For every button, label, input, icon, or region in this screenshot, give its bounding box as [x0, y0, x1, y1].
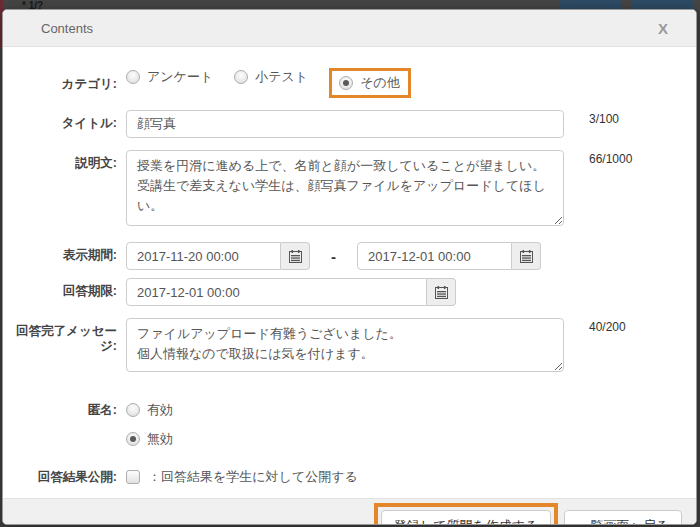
- highlight-box-submit: 登録して質問を作成する: [374, 503, 559, 525]
- back-to-list-button[interactable]: 一覧画面へ戻る: [564, 510, 682, 525]
- calendar-icon[interactable]: [281, 242, 310, 270]
- description-char-counter: 66/1000: [589, 150, 632, 166]
- anonymous-row: 匿名: 有効 無効: [3, 396, 696, 448]
- period-start-group: [126, 242, 310, 270]
- modal-body: カテゴリ: アンケート 小テスト その他: [3, 47, 696, 498]
- modal-header: Contents X: [3, 10, 696, 47]
- background-button-fragment: [560, 0, 622, 9]
- description-row: 説明文: 授業を円滑に進める上で、名前と顔が一致していることが望ましい。 受講生…: [3, 150, 696, 226]
- period-start-input[interactable]: [126, 242, 281, 270]
- result-public-row: 回答結果公開: ：回答結果を学生に対して公開する: [3, 464, 696, 486]
- category-row: カテゴリ: アンケート 小テスト その他: [3, 63, 696, 98]
- radio-unchecked-icon[interactable]: [234, 70, 248, 84]
- result-public-checkbox-label: ：回答結果を学生に対して公開する: [148, 468, 358, 486]
- display-period-label: 表示期間:: [3, 242, 126, 263]
- radio-unchecked-icon[interactable]: [126, 403, 140, 417]
- result-public-label: 回答結果公開:: [3, 464, 126, 485]
- radio-enabled-label: 有効: [147, 401, 173, 419]
- display-period-row: 表示期間: -: [3, 242, 696, 270]
- radio-anonymous-disabled[interactable]: 無効: [126, 430, 173, 448]
- radio-unchecked-icon[interactable]: [126, 70, 140, 84]
- title-row: タイトル: 3/100: [3, 110, 696, 138]
- title-input[interactable]: [126, 110, 564, 138]
- period-end-group: [357, 242, 541, 270]
- anonymous-options: 有効 無効: [126, 396, 194, 448]
- deadline-input[interactable]: [126, 278, 427, 306]
- answer-deadline-row: 回答期限:: [3, 278, 696, 306]
- highlight-box-category-other: その他: [329, 68, 411, 98]
- radio-survey[interactable]: アンケート: [126, 68, 213, 86]
- radio-other-label: その他: [360, 74, 400, 92]
- modal-title: Contents: [41, 21, 93, 36]
- answer-deadline-label: 回答期限:: [3, 278, 126, 299]
- submit-create-question-button[interactable]: 登録して質問を作成する: [381, 510, 552, 525]
- close-icon[interactable]: X: [644, 20, 682, 37]
- contents-modal: Contents X カテゴリ: アンケート 小テスト その他: [2, 9, 697, 525]
- result-public-checkbox-item[interactable]: ：回答結果を学生に対して公開する: [126, 464, 358, 486]
- radio-other[interactable]: その他: [339, 74, 400, 92]
- title-label: タイトル:: [3, 110, 126, 131]
- period-separator: -: [310, 242, 357, 265]
- checkbox-unchecked-icon[interactable]: [126, 470, 140, 484]
- background-button-fragment: [632, 0, 694, 9]
- radio-checked-icon[interactable]: [339, 76, 353, 90]
- description-textarea[interactable]: 授業を円滑に進める上で、名前と顔が一致していることが望ましい。 受講生で差支えな…: [126, 150, 564, 226]
- radio-disabled-label: 無効: [147, 430, 173, 448]
- anonymous-label: 匿名:: [3, 396, 126, 418]
- category-label: カテゴリ:: [3, 75, 126, 92]
- completion-message-label: 回答完了メッセージ:: [3, 318, 126, 354]
- radio-quiz-label: 小テスト: [255, 68, 308, 86]
- calendar-icon[interactable]: [427, 278, 456, 306]
- period-end-input[interactable]: [357, 242, 512, 270]
- modal-footer: 登録して質問を作成する 一覧画面へ戻る: [3, 498, 696, 525]
- category-options: アンケート 小テスト その他: [126, 68, 411, 98]
- radio-anonymous-enabled[interactable]: 有効: [126, 401, 173, 419]
- completion-message-char-counter: 40/200: [589, 318, 626, 334]
- description-label: 説明文:: [3, 150, 126, 171]
- radio-survey-label: アンケート: [147, 68, 213, 86]
- radio-checked-icon[interactable]: [126, 432, 140, 446]
- completion-message-row: 回答完了メッセージ: ファイルアップロード有難うございました。 個人情報なので取…: [3, 318, 696, 372]
- deadline-group: [126, 278, 456, 306]
- calendar-icon[interactable]: [512, 242, 541, 270]
- completion-message-textarea[interactable]: ファイルアップロード有難うございました。 個人情報なので取扱には気を付けます。: [126, 318, 564, 372]
- radio-quiz[interactable]: 小テスト: [234, 68, 308, 86]
- title-char-counter: 3/100: [589, 110, 619, 126]
